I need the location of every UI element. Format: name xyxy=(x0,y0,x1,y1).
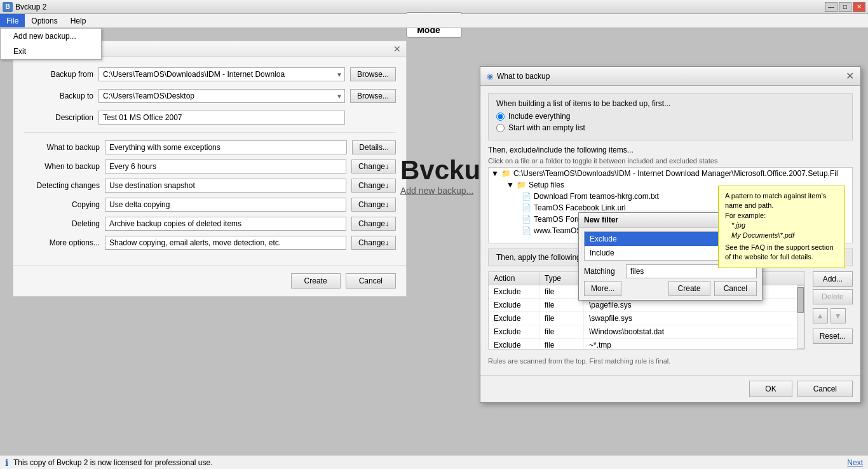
create-button[interactable]: Create xyxy=(291,273,341,289)
start-empty-radio[interactable] xyxy=(496,124,505,132)
backup-from-label: Backup from xyxy=(24,70,93,79)
menu-options[interactable]: Options xyxy=(25,14,64,27)
backup-from-input[interactable] xyxy=(98,67,345,81)
filter-bottom-row: More... Create Cancel xyxy=(584,281,757,296)
setup-files-expand-icon: ▼ xyxy=(506,180,514,189)
col-action: Action xyxy=(489,272,539,285)
rule-2-type: file xyxy=(539,299,584,311)
tooltip-example2: My Documents\*.pdf xyxy=(731,231,838,240)
add-new-backup-menuitem[interactable]: Add new backup... xyxy=(1,29,101,44)
rule-row-4[interactable]: Exclude file \Windows\bootstat.dat xyxy=(489,325,797,339)
dialog-footer: OK Cancel xyxy=(480,375,860,402)
filter-footer-buttons: Create Cancel xyxy=(668,281,757,296)
rule-1-action: Exclude xyxy=(489,285,539,298)
rule-1-type: file xyxy=(539,285,584,298)
rules-scrollbar[interactable] xyxy=(797,285,804,349)
tooltip-example1: *.jpg xyxy=(731,221,838,230)
facebook-file-label: TeamOS Facebook Link.url xyxy=(534,203,626,212)
www-file-icon: 📄 xyxy=(522,226,531,235)
backup-to-input[interactable] xyxy=(98,89,345,103)
rule-2-pattern: \pagefile.sys xyxy=(584,299,797,311)
deleting-label: Deleting xyxy=(24,219,100,228)
app-icon: B xyxy=(3,2,13,12)
when-to-backup-value: Every 6 hours xyxy=(105,160,346,173)
title-bar: B Bvckup 2 Shadow Mode — □ ✕ xyxy=(0,0,868,14)
backup-to-browse-button[interactable]: Browse... xyxy=(350,89,396,103)
click-hint: Click on a file or a folder to toggle it… xyxy=(488,157,853,165)
dialog-title-text: What to backup xyxy=(497,72,550,81)
move-up-button[interactable]: ▲ xyxy=(813,308,828,323)
close-app-button[interactable]: ✕ xyxy=(853,2,865,12)
rule-3-pattern: \swapfile.sys xyxy=(584,312,797,325)
description-input[interactable] xyxy=(98,111,345,125)
rule-5-pattern: ~*.tmp xyxy=(584,339,797,349)
exit-menuitem[interactable]: Exit xyxy=(1,44,101,59)
rule-row-5[interactable]: Exclude file ~*.tmp xyxy=(489,339,797,349)
menu-help[interactable]: Help xyxy=(64,14,93,27)
setup-files-label: Setup files xyxy=(529,180,564,189)
more-options-change-button[interactable]: Change↓ xyxy=(351,236,396,250)
rule-5-type: file xyxy=(539,339,584,349)
filter-create-button[interactable]: Create xyxy=(668,281,710,296)
backup-from-icon: ▼ xyxy=(336,71,342,78)
file-dropdown: Add new backup... Exit xyxy=(0,28,102,60)
menu-file[interactable]: File xyxy=(0,14,25,27)
apply-label: Then, apply the following r xyxy=(496,253,585,262)
filter-cancel-button[interactable]: Cancel xyxy=(714,281,757,296)
tree-root-row[interactable]: ▼ 📁 C:\Users\TeamOS\Downloads\IDM - Inte… xyxy=(489,168,852,179)
rules-scrollbar-thumb[interactable] xyxy=(797,287,804,313)
tooltip-line1: A pattern to match against item's name a… xyxy=(725,191,838,211)
move-down-button[interactable]: ▼ xyxy=(831,308,846,323)
copying-change-button[interactable]: Change↓ xyxy=(351,198,396,212)
filter-more-button[interactable]: More... xyxy=(584,281,621,296)
download-file-icon: 📄 xyxy=(522,192,531,201)
rule-4-type: file xyxy=(539,325,584,338)
then-label: Then, exclude/include the following item… xyxy=(488,146,853,154)
dialog-cancel-button[interactable]: Cancel xyxy=(797,381,853,397)
first-section-label: When building a list of items to be back… xyxy=(496,99,844,108)
backup-from-browse-button[interactable]: Browse... xyxy=(350,67,396,81)
first-section: When building a list of items to be back… xyxy=(488,93,853,140)
rules-action-buttons: Add... Delete ▲ ▼ Reset... xyxy=(813,271,853,367)
detecting-change-button[interactable]: Change↓ xyxy=(351,179,396,193)
tooltip-line3: See the FAQ in the support section of th… xyxy=(725,243,838,262)
reset-rules-button[interactable]: Reset... xyxy=(813,329,853,344)
deleting-change-button[interactable]: Change↓ xyxy=(351,217,396,231)
next-link[interactable]: Next xyxy=(847,458,863,467)
add-rule-button[interactable]: Add... xyxy=(813,271,853,287)
facebook-file-icon: 📄 xyxy=(522,203,531,212)
dialog-ok-button[interactable]: OK xyxy=(749,381,792,397)
download-file-label: Download From teamos-hkrg.com.txt xyxy=(534,192,659,201)
minimize-button[interactable]: — xyxy=(825,2,837,12)
rule-3-action: Exclude xyxy=(489,312,539,325)
panel-close-button[interactable]: ✕ xyxy=(393,44,401,54)
include-everything-radio[interactable] xyxy=(496,112,505,121)
backup-to-label: Backup to xyxy=(24,92,93,100)
what-to-backup-value: Everything with some exceptions xyxy=(105,140,347,154)
status-icon: ℹ xyxy=(5,458,8,468)
matching-label: Matching xyxy=(584,267,622,276)
dialog-title-icon: ◉ xyxy=(487,72,493,81)
forum-file-icon: 📄 xyxy=(522,215,531,224)
tooltip-box: A pattern to match against item's name a… xyxy=(718,186,845,268)
main-area: New backup ✕ Backup from ▼ Browse... Bac… xyxy=(0,28,868,469)
rule-5-action: Exclude xyxy=(489,339,539,349)
tree-root-label: C:\Users\TeamOS\Downloads\IDM - Internet… xyxy=(513,169,838,178)
start-empty-label: Start with an empty list xyxy=(508,123,585,132)
rule-4-pattern: \Windows\bootstat.dat xyxy=(584,325,797,338)
app-title: Bvckup 2 xyxy=(15,3,46,11)
dialog-close-button[interactable]: ✕ xyxy=(846,70,854,82)
details-button[interactable]: Details... xyxy=(352,140,396,154)
root-folder-icon: 📁 xyxy=(501,169,511,178)
delete-rule-button[interactable]: Delete xyxy=(813,289,853,304)
rule-row-3[interactable]: Exclude file \swapfile.sys xyxy=(489,312,797,325)
detecting-changes-label: Detecting changes xyxy=(24,181,100,190)
menu-bar: File Options Help Add new backup... Exit xyxy=(0,14,868,28)
rule-row-2[interactable]: Exclude file \pagefile.sys xyxy=(489,299,797,312)
when-change-button[interactable]: Change↓ xyxy=(351,160,396,173)
copying-value: Use delta copying xyxy=(105,198,346,212)
dialog-title-bar: ◉ What to backup ✕ xyxy=(480,67,860,86)
maximize-button[interactable]: □ xyxy=(839,2,851,12)
what-to-backup-label: What to backup xyxy=(24,143,100,152)
new-backup-cancel-button[interactable]: Cancel xyxy=(346,273,396,289)
